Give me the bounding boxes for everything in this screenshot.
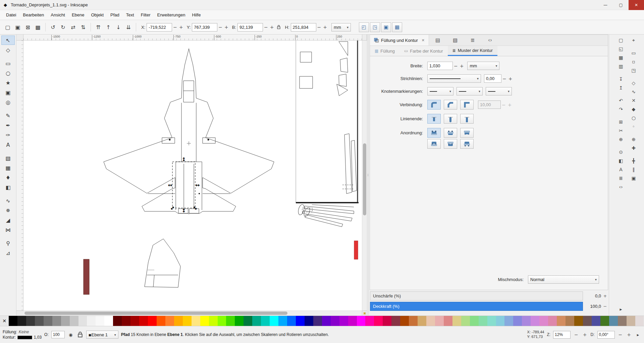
raise-icon[interactable]: ↑ [103,22,113,32]
x-minus-button[interactable]: − [172,24,178,30]
palette-swatch[interactable] [627,316,635,326]
palette-swatch[interactable] [566,316,574,326]
cap-square-button[interactable] [460,114,474,124]
palette-swatch[interactable] [226,316,235,326]
menu-objekt[interactable]: Objekt [88,11,107,19]
blur-plus-button[interactable]: + [602,293,608,298]
stroke-width-plus-button[interactable]: + [459,63,465,69]
height-plus-button[interactable]: + [322,24,328,30]
export-dialog-icon[interactable]: ▧ [446,35,464,46]
spray-tool[interactable]: ✵ [1,206,15,215]
menu-pfad[interactable]: Pfad [107,11,123,19]
rectangle-tool[interactable]: ▭ [1,59,15,68]
layers-dialog-icon[interactable]: ≣ [616,174,626,183]
mesh-gradient-tool[interactable]: ▦ [1,163,15,173]
dock-tab-fill-stroke[interactable]: Füllung und Kontur ✕ [370,35,429,46]
deselect-icon[interactable]: ⊠ [23,22,33,32]
rail-expander-icon[interactable]: ▸ [616,305,626,314]
measure-tool[interactable]: ⊿ [1,248,15,258]
snap-toggle-icon[interactable]: ⌖ [629,36,638,45]
palette-swatch[interactable] [374,316,383,326]
join-round-button[interactable] [427,100,441,110]
palette-swatch[interactable] [174,316,183,326]
menu-erweiterungen[interactable]: Erweiterungen [154,11,189,19]
palette-swatch[interactable] [539,316,548,326]
raise-to-top-icon[interactable]: ⇈ [93,22,103,32]
palette-swatch[interactable] [383,316,391,326]
palette-swatch[interactable] [17,316,26,326]
palette-swatch[interactable] [35,316,44,326]
lower-icon[interactable]: ↓ [113,22,123,32]
snap-intersections-icon[interactable]: ✕ [629,96,638,105]
lock-ratio-icon[interactable] [276,25,281,29]
palette-swatch[interactable] [418,316,426,326]
zoom-field[interactable]: 12% [553,331,571,339]
scale-gradient-toggle-icon[interactable]: ▣ [381,22,391,32]
lower-to-bottom-icon[interactable]: ⇊ [123,22,133,32]
zoom-minus-button[interactable]: − [573,332,579,337]
palette-swatch[interactable] [61,316,70,326]
star-tool[interactable]: ★ [1,78,15,87]
rotation-plus-button[interactable]: + [626,332,632,337]
join-miter-button[interactable] [460,100,474,110]
maximize-button[interactable]: ▢ [613,0,629,10]
flip-vertical-icon[interactable]: ⇅ [78,22,88,32]
text-tool[interactable]: A [1,140,15,149]
stroke-color-swatch[interactable] [17,336,32,339]
palette-swatch[interactable] [548,316,557,326]
palette-swatch[interactable] [252,316,261,326]
palette-swatch[interactable] [235,316,244,326]
palette-swatch[interactable] [479,316,487,326]
palette-swatch[interactable] [157,316,165,326]
join-bevel-button[interactable] [444,100,457,110]
width-plus-button[interactable]: + [269,24,275,30]
menu-ebene[interactable]: Ebene [68,11,88,19]
palette-swatch[interactable] [96,316,104,326]
snap-nodes-icon[interactable]: ◇ [629,79,638,87]
palette-swatch[interactable] [209,316,218,326]
xml-editor-icon[interactable]: ‹› [616,183,626,191]
layer-lock-icon[interactable] [77,331,84,338]
palette-swatch[interactable] [557,316,566,326]
palette-swatch[interactable] [104,316,113,326]
order-button-2[interactable] [444,128,457,138]
menu-text[interactable]: Text [123,11,138,19]
objects-dialog-icon[interactable]: ≣ [464,35,481,46]
order-button-1[interactable] [427,128,441,138]
y-minus-button[interactable]: − [217,24,223,30]
stroke-width-value[interactable]: 1,03 [34,335,42,340]
x-field[interactable]: -719,522 [147,23,172,31]
palette-swatch[interactable] [192,316,200,326]
pen-tool[interactable]: ✒ [1,121,15,130]
palette-swatch[interactable] [348,316,357,326]
horizontal-ruler[interactable]: -1500-1250-1000-750-500-2500250 [23,35,362,41]
palette-swatch[interactable] [574,316,583,326]
order-button-4[interactable] [427,139,441,149]
cut-icon[interactable]: ✂ [616,126,626,135]
save-icon[interactable]: ▦ [616,53,626,62]
order-button-6[interactable] [460,139,474,149]
rotation-minus-button[interactable]: − [618,332,624,337]
palette-swatch[interactable] [9,316,17,326]
document-properties-icon[interactable]: ▤ [429,35,446,46]
rotate-cw-icon[interactable]: ↻ [58,22,68,32]
height-field[interactable]: 251,834 [291,23,316,31]
dash-pattern-dropdown[interactable]: ▾ [427,74,481,83]
zoom-tool[interactable]: ⚲ [1,238,15,248]
palette-swatch[interactable] [26,316,35,326]
select-all-icon[interactable]: ▢ [3,22,13,32]
opacity-minus-button[interactable]: − [602,304,608,309]
y-field[interactable]: 767,339 [192,23,217,31]
print-icon[interactable]: ▥ [616,62,626,71]
blur-value[interactable]: 0,0 [583,293,602,298]
layer-dropdown[interactable]: ▪Ebene 1 ▾ [86,331,118,339]
palette-swatch[interactable] [305,316,313,326]
palette-swatch[interactable] [139,316,148,326]
palette-swatch[interactable] [592,316,600,326]
snap-page-icon[interactable]: ▣ [629,174,638,183]
cap-butt-button[interactable] [427,114,441,124]
palette-swatch[interactable] [322,316,331,326]
copy-icon[interactable]: ⊞ [616,118,626,126]
height-minus-button[interactable]: − [316,24,322,30]
paste-icon[interactable]: ⊕ [616,135,626,144]
